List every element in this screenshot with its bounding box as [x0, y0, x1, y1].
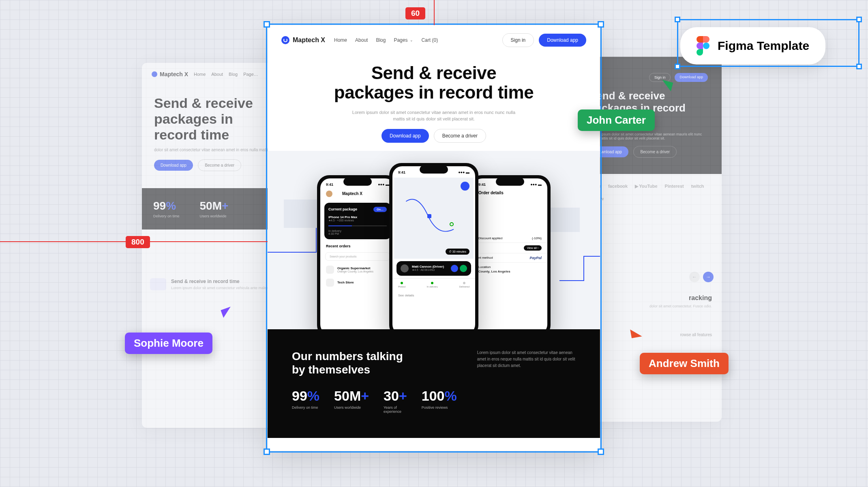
resize-handle-tl[interactable]	[264, 21, 270, 28]
brand-name: Maptech X	[293, 36, 325, 44]
spacing-badge-top: 60	[405, 7, 425, 19]
top-nav: Maptech X Home About Blog Pages⌄ Cart (0…	[268, 25, 600, 55]
nav-home[interactable]: Home	[334, 37, 347, 43]
pill-handle-br[interactable]	[856, 64, 862, 69]
call-icon	[460, 265, 467, 272]
hero-driver-button[interactable]: Become a driver	[434, 129, 486, 143]
stat-item: 100%Positive reviews	[422, 388, 457, 414]
resize-handle-br[interactable]	[598, 448, 604, 455]
stats-section: Our numbers talkingby themselves 99%Deli…	[268, 329, 600, 438]
hero-subtitle: Lorem ipsum dolor sit amet consectetur v…	[349, 109, 519, 122]
cursor-label-andrew: Andrew Smith	[640, 353, 729, 374]
stats-blurb: Lorem ipsum dolor sit amet consectetur v…	[477, 350, 583, 414]
chevron-down-icon: ⌄	[410, 38, 413, 42]
hero-illustration: 9:41●●● ▬ Maptech X Current packageOn… i…	[268, 151, 600, 329]
stat-item: 50M+Users worldwide	[334, 388, 369, 414]
selected-artboard[interactable]: Maptech X Home About Blog Pages⌄ Cart (0…	[268, 25, 600, 451]
signin-button[interactable]: Sign in	[502, 33, 534, 47]
resize-handle-tr[interactable]	[598, 21, 604, 28]
nav-about[interactable]: About	[355, 37, 368, 43]
hero-download-button[interactable]: Download app	[381, 129, 429, 143]
avatar-icon	[326, 191, 332, 197]
pill-handle-tl[interactable]	[675, 17, 680, 22]
phone-mockup-center: 9:41●●● ▬ ⏱ 30 minutes Matt Cannon (Driv…	[389, 163, 478, 329]
nav-blog[interactable]: Blog	[376, 37, 386, 43]
figma-logo-icon	[697, 36, 709, 56]
origin-pin-icon	[427, 214, 431, 218]
logo-icon	[281, 36, 289, 44]
download-button[interactable]: Download app	[539, 34, 586, 47]
cursor-icon-andrew	[630, 328, 642, 338]
resize-handle-bl[interactable]	[264, 448, 270, 455]
message-icon	[451, 265, 458, 272]
driver-avatar	[401, 264, 409, 272]
spacing-guide-vertical	[434, 0, 435, 25]
cursor-label-john: John Carter	[578, 109, 655, 131]
phone-mockup-right: 9:41●●● ▬ Order details Discount applied…	[469, 175, 551, 329]
spacing-badge-left: 800	[126, 236, 150, 248]
stat-item: 99%Delivery on time	[292, 388, 319, 414]
pill-handle-tr[interactable]	[856, 17, 862, 22]
search-input: Search your products	[325, 252, 390, 261]
pill-handle-bl[interactable]	[675, 64, 680, 69]
figma-template-pill[interactable]: Figma Template	[680, 27, 825, 64]
hero-title: Send & receivepackages in record time	[292, 63, 576, 103]
paypal-icon: PayPal	[529, 256, 542, 260]
nav-links: Home About Blog Pages⌄ Cart (0)	[334, 37, 438, 43]
logo[interactable]: Maptech X	[281, 36, 325, 44]
nav-cart[interactable]: Cart (0)	[421, 37, 438, 43]
stats-heading: Our numbers talkingby themselves	[292, 350, 457, 377]
cursor-label-sophie: Sophie Moore	[125, 333, 212, 354]
figma-pill-label: Figma Template	[718, 39, 809, 53]
phone-mockup-left: 9:41●●● ▬ Maptech X Current packageOn… i…	[317, 175, 398, 329]
stat-item: 30+Years of experience	[384, 388, 407, 414]
nav-pages[interactable]: Pages⌄	[394, 37, 413, 43]
hero-section: Send & receivepackages in record time Lo…	[268, 55, 600, 143]
map-view: ⏱ 30 minutes	[394, 178, 474, 259]
